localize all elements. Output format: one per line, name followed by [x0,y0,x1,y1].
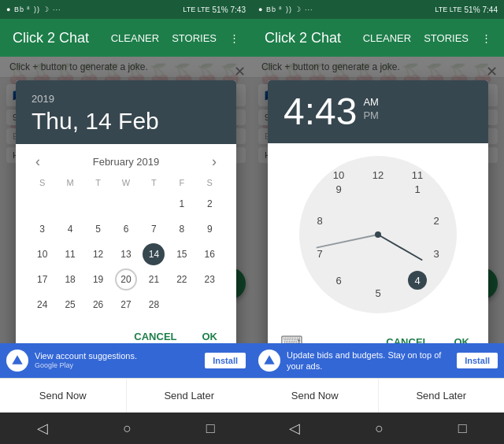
day-empty-7 [198,294,220,316]
day-20-today[interactable]: 20 [115,268,137,290]
day-empty-5 [143,193,165,215]
left-notification-icons: ● Bb ⁸ )) ☽ ··· [6,6,61,13]
right-home-btn[interactable]: ○ [375,420,384,437]
week-2: 3 4 5 6 7 8 9 [28,217,224,241]
right-app-bar: Click 2 Chat CLEANER STORIES ⋮ [252,19,504,57]
right-stories-btn[interactable]: STORIES [424,32,469,44]
right-clock-ok-btn[interactable]: OK [448,333,476,344]
left-install-btn[interactable]: Install [205,353,246,368]
left-home-btn[interactable]: ○ [123,420,132,437]
left-calendar-ok-btn[interactable]: OK [196,327,224,343]
left-status-right: LTE LTE 51% 7:43 [183,6,246,14]
right-install-btn[interactable]: Install [457,353,498,368]
day-28[interactable]: 28 [143,294,165,316]
left-calendar-header: 2019 Thu, 14 Feb [16,80,236,144]
clock-hour-3[interactable]: 3 [427,244,446,263]
clock-hour-6[interactable]: 6 [329,271,348,290]
left-month-label: February 2019 [93,156,160,168]
left-recent-btn[interactable]: □ [206,420,215,437]
clock-hour-4[interactable]: 4 [408,271,427,290]
day-12[interactable]: 12 [87,243,109,265]
right-back-btn[interactable]: ◁ [289,420,300,437]
right-send-now-btn[interactable]: Send Now [252,379,379,413]
left-app-actions: CLEANER STORIES ⋮ [111,32,239,44]
left-month-nav: ‹ February 2019 › [28,150,224,176]
day-header-w: W [112,176,139,189]
day-3[interactable]: 3 [32,218,54,240]
day-7[interactable]: 7 [143,218,165,240]
left-app-title: Click 2 Chat [13,30,111,46]
right-clock-buttons: CANCEL OK [380,333,476,344]
day-empty-4 [115,193,137,215]
clock-hour-10[interactable]: 10 [329,165,348,184]
right-screen: ● Bb ⁸ )) ☽ ··· LTE LTE 51% 7:44 Click 2… [252,0,504,444]
left-calendar-grid: S M T W T F S [28,176,224,316]
day-19[interactable]: 19 [87,268,109,290]
left-day-headers: S M T W T F S [28,176,224,189]
left-send-now-btn[interactable]: Send Now [0,379,127,413]
day-26[interactable]: 26 [87,294,109,316]
clock-hour-2[interactable]: 2 [427,211,446,230]
left-action-bar: Send Now Send Later [0,378,252,413]
right-signal: LTE LTE [435,6,461,13]
right-cleaner-btn[interactable]: CLEANER [363,32,411,44]
day-23[interactable]: 23 [198,268,220,290]
left-next-month-btn[interactable]: › [205,154,224,170]
day-11[interactable]: 11 [59,243,81,265]
day-header-s2: S [196,176,224,189]
left-more-btn[interactable]: ⋮ [229,32,239,44]
day-5[interactable]: 5 [87,218,109,240]
left-stories-btn[interactable]: STORIES [172,32,217,44]
day-6[interactable]: 6 [115,218,137,240]
right-pm-btn[interactable]: PM [363,109,379,121]
day-13[interactable]: 13 [115,243,137,265]
clock-hour-5[interactable]: 5 [369,283,387,302]
right-clock-face[interactable]: 12 1 2 3 4 5 6 7 [299,156,457,313]
right-ad-bar: Update bids and budgets. Stay on top of … [252,343,504,378]
right-clock-ampm: AM PM [363,96,379,121]
right-clock-cancel-btn[interactable]: CANCEL [380,333,435,344]
right-battery: 51% [465,6,480,14]
day-18[interactable]: 18 [59,268,81,290]
left-status-icons: ● Bb ⁸ )) ☽ ··· [6,6,61,13]
day-4[interactable]: 4 [59,218,81,240]
day-empty-6 [171,294,193,316]
right-clock-hour-hand [378,234,423,261]
day-15[interactable]: 15 [171,243,193,265]
day-9[interactable]: 9 [198,218,220,240]
left-send-later-btn[interactable]: Send Later [127,379,253,413]
right-send-later-btn[interactable]: Send Later [379,379,505,413]
clock-hour-8[interactable]: 8 [310,211,329,230]
left-prev-month-btn[interactable]: ‹ [28,154,47,170]
day-14-selected[interactable]: 14 [143,243,165,265]
week-4: 17 18 19 20 21 22 23 [28,268,224,291]
right-clock-time: 4:43 [284,93,357,131]
right-recent-btn[interactable]: □ [458,420,467,437]
day-25[interactable]: 25 [59,294,81,316]
day-10[interactable]: 10 [32,243,54,265]
clock-hour-12[interactable]: 12 [369,165,387,184]
day-17[interactable]: 17 [32,268,54,290]
day-8[interactable]: 8 [171,218,193,240]
right-clock-face-container: 12 1 2 3 4 5 6 7 [268,143,488,326]
left-calendar-body: ‹ February 2019 › S M T W T F [16,144,236,321]
right-clock-header: 4:43 AM PM [268,80,488,143]
right-nav-bar: ◁ ○ □ [252,413,504,444]
right-keyboard-icon[interactable]: ⌨ [280,332,303,343]
day-27[interactable]: 27 [115,294,137,316]
left-back-btn[interactable]: ◁ [37,420,48,437]
day-16[interactable]: 16 [198,243,220,265]
day-22[interactable]: 22 [171,268,193,290]
left-calendar-cancel-btn[interactable]: CANCEL [128,327,183,343]
left-calendar-actions: CANCEL OK [16,321,236,343]
day-2[interactable]: 2 [198,193,220,215]
right-am-btn[interactable]: AM [363,96,379,108]
clock-hour-11[interactable]: 11 [408,165,427,184]
right-more-btn[interactable]: ⋮ [481,32,491,44]
left-cleaner-btn[interactable]: CLEANER [111,32,159,44]
day-24[interactable]: 24 [32,294,54,316]
right-notification-icons: ● Bb ⁸ )) ☽ ··· [258,6,313,13]
day-21[interactable]: 21 [143,268,165,290]
day-1[interactable]: 1 [171,193,193,215]
left-signal: LTE LTE [183,6,209,13]
